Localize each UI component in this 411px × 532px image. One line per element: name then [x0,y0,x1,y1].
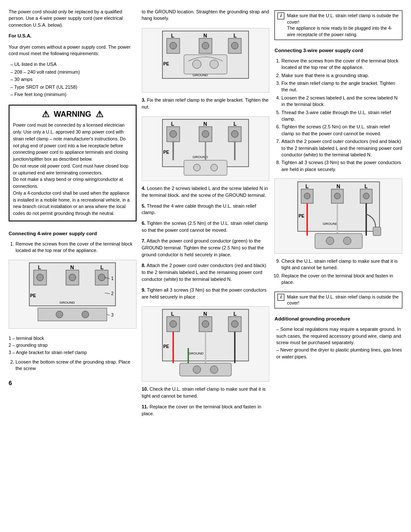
svg-rect-70 [180,363,231,376]
svg-text:L: L [234,311,237,317]
warning-box: ⚠ WARNING ⚠ Power cord must be connected… [9,105,137,221]
warning-header: ⚠ WARNING ⚠ [13,109,132,119]
warning-title: WARNING [54,110,91,119]
svg-text:L: L [100,264,103,271]
terminal-block-diagram-4: L N L PE GROUND [142,306,270,382]
svg-text:PE: PE [163,150,169,155]
step-4wire-2-list: Loosen the bottom screw of the grounding… [9,359,137,373]
svg-point-44 [202,131,209,137]
svg-point-61 [170,320,177,327]
info-text-1: Make sure that the U.L. strain relief cl… [287,12,399,38]
req-item: UL listed in the USA [10,61,137,68]
step-3wire-9: Check the U.L. strain relief clamp to ma… [281,258,402,271]
steps-3wire-continued: Check the U.L. strain relief clamp to ma… [274,258,402,287]
svg-point-63 [231,320,238,327]
terminal-block-diagram-1: L N L PE GROUND 1 [9,260,137,329]
req-item: 30 amps [10,76,137,83]
step4-label: 4. Loosen the 2 screws labeled L and the… [142,185,270,199]
step-3wire-10: Replace the cover on the terminal block … [281,273,402,286]
info-box-1: i Make sure that the U.L. strain relief … [274,10,402,40]
warning-triangle-right: ⚠ [96,109,103,119]
info-icon-1: i [277,12,284,19]
legend: 1 – terminal block 2 – grounding strap 3… [9,335,137,356]
svg-line-20 [107,314,110,315]
step-3wire-6: Tighten the screws (2.5 Nm) on the U.L. … [281,124,402,137]
step6-label: 6. Tighten the screws (2.5 Nm) of the U.… [142,220,270,234]
svg-point-14 [82,311,89,318]
svg-point-90 [343,237,351,245]
svg-point-71 [193,366,201,373]
step-3wire-5: Thread the 3-wire cable through the U.L.… [281,109,402,123]
step10-label: 10. Check the U.L. strain relief clamp t… [142,386,270,400]
continued-step2: to the GROUND location. Straighten the g… [142,9,270,22]
svg-point-7 [37,274,44,281]
svg-rect-12 [38,308,107,321]
svg-text:PE: PE [163,62,169,66]
req-item: Five feet long (minimum) [10,91,137,98]
svg-rect-33 [184,55,227,74]
svg-text:PE: PE [299,214,305,218]
section-3wire-title: Connecting 3-wire power supply cord [274,47,402,54]
legend-item-2: 2 – grounding strap [9,342,137,349]
svg-point-43 [170,131,177,137]
svg-text:N: N [203,121,207,127]
steps-4wire-list: Remove the screws from the cover of the … [9,241,137,255]
svg-text:1: 1 [111,276,114,281]
for-usa-text: Your dryer comes without a power supply … [9,44,137,57]
svg-rect-88 [315,233,362,249]
steps-3wire-list: Remove the screws from the cover of the … [274,58,402,174]
additional-item-1: Some local regulations may require a sep… [276,326,402,346]
svg-point-81 [334,193,340,199]
svg-point-9 [98,274,105,281]
svg-text:L: L [171,311,174,317]
step-4wire-2: Loosen the bottom screw of the grounding… [16,359,137,372]
column-3: i Make sure that the U.L. strain relief … [274,9,402,419]
step-3wire-1: Remove the screws from the cover of the … [281,58,402,71]
svg-text:L: L [234,33,237,39]
svg-point-52 [193,164,200,171]
warning-triangle-left: ⚠ [42,109,50,119]
section-4wire-title: Connecting 4-wire power supply cord [9,230,137,237]
info-icon-2: i [277,294,284,301]
svg-point-28 [170,42,177,49]
req-item: 208 – 240 volt rated (minimum) [10,69,137,75]
intro-text: The power cord should only be replaced b… [9,9,137,28]
terminal-block-diagram-2: L N L PE GROUND [142,28,270,93]
additional-item-2: Never ground the dryer to plastic plumbi… [276,347,402,360]
svg-text:N: N [203,311,207,317]
svg-rect-51 [184,160,227,175]
step11-label: 11. Replace the cover on the terminal bl… [142,404,270,417]
step-4wire-1: Remove the screws from the cover of the … [16,241,137,254]
column-1: The power cord should only be replaced b… [9,9,137,419]
svg-text:3: 3 [111,313,114,317]
svg-point-34 [193,60,201,68]
svg-point-30 [231,42,238,49]
step-3wire-2: Make sure that there is a grounding stra… [281,72,402,79]
svg-rect-91 [373,227,381,236]
column-2: to the GROUND location. Straighten the g… [142,9,270,419]
svg-point-82 [363,193,369,199]
svg-point-45 [231,131,238,137]
svg-text:L: L [171,121,174,127]
legend-item-1: 1 – terminal block [9,335,137,342]
svg-text:L: L [305,184,308,190]
additional-list: Some local regulations may require a sep… [274,326,402,361]
svg-point-8 [69,274,76,281]
page-number: 6 [9,380,137,386]
step-3wire-4: Loosen the 2 screws labeled L and the sc… [281,95,402,108]
step8-label: 8. Attach the 2 power cord outer conduct… [142,262,270,283]
legend-item-3: 3 – Angle bracket for strain relief clam… [9,349,137,356]
for-usa-title: For U.S.A. [9,33,137,39]
step-3wire-7: Attach the 2 power cord outer conductors… [281,138,402,158]
svg-text:PE: PE [30,293,36,298]
svg-point-13 [56,311,63,318]
svg-text:PE: PE [163,344,169,349]
step-3wire-3: Fix the strain relief clamp to the angle… [281,80,402,93]
info-box-2: i Make sure that the U.L. strain relief … [274,292,402,308]
svg-point-53 [211,164,218,171]
step-3wire-8: Tighten all 3 screws (3 Nm) so that the … [281,159,402,173]
svg-text:L: L [38,264,41,271]
svg-text:2: 2 [111,291,114,296]
svg-text:GROUND: GROUND [59,301,75,305]
svg-text:N: N [70,264,74,271]
